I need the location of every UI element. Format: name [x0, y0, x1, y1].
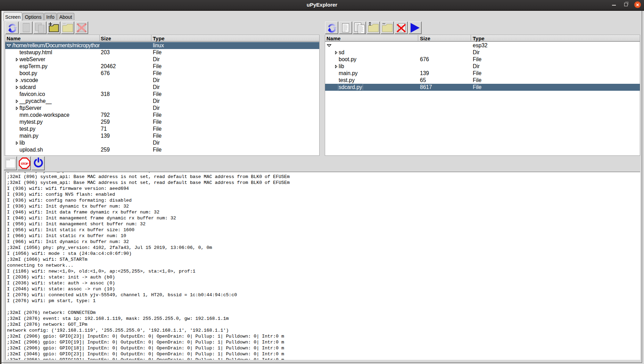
svg-text:STOP: STOP [21, 162, 29, 165]
